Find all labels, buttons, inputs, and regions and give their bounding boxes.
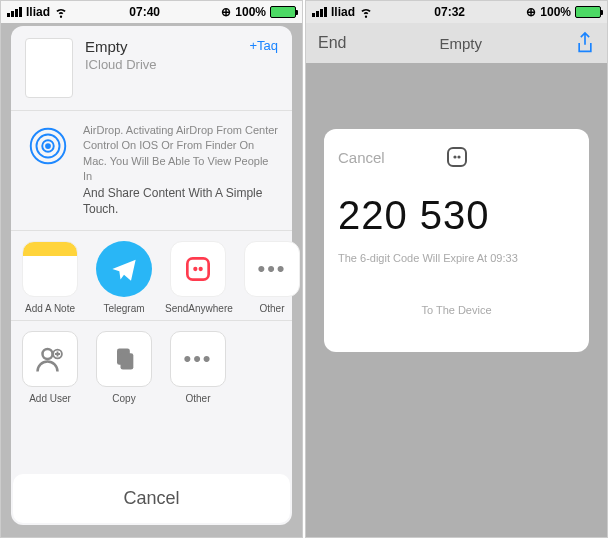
more-actions-icon: ••• <box>170 331 226 387</box>
more-icon: ••• <box>244 241 300 297</box>
clock-label: 07:40 <box>129 5 160 19</box>
telegram-icon <box>96 241 152 297</box>
svg-rect-11 <box>448 148 466 166</box>
end-button[interactable]: End <box>318 34 346 52</box>
app-notes[interactable]: Add A Note <box>17 241 83 314</box>
code-modal: Cancel 220 530 The 6-digit Code Will Exp… <box>324 129 589 352</box>
add-tag-button[interactable]: +Taq <box>249 38 278 53</box>
carrier-label: Iliad <box>331 5 355 19</box>
svg-point-5 <box>193 267 197 271</box>
svg-point-3 <box>45 143 51 149</box>
right-screenshot: Iliad 07:32 ⊕ 100% End Empty Cancel 220 … <box>305 0 608 538</box>
svg-point-13 <box>457 155 460 158</box>
svg-point-7 <box>43 349 53 359</box>
airdrop-description-bold: And Share Content With A Simple Touch. <box>83 185 278 219</box>
file-location: ICloud Drive <box>85 57 237 72</box>
action-copy[interactable]: Copy <box>91 331 157 404</box>
share-icon[interactable] <box>575 31 595 55</box>
file-thumbnail <box>25 38 73 98</box>
battery-pct: 100% <box>235 5 266 19</box>
sendanywhere-icon <box>445 145 469 169</box>
status-bar: Iliad 07:40 ⊕ 100% <box>1 1 302 23</box>
svg-rect-4 <box>187 258 208 279</box>
app-sendanywhere[interactable]: SendAnywhere <box>165 241 231 314</box>
action-other[interactable]: ••• Other <box>165 331 231 404</box>
orientation-lock-icon: ⊕ <box>526 5 536 19</box>
to-device-label: To The Device <box>338 304 575 316</box>
wifi-icon <box>359 5 373 19</box>
status-bar: Iliad 07:32 ⊕ 100% <box>306 1 607 23</box>
action-add-user[interactable]: Add User <box>17 331 83 404</box>
expire-label: The 6-digit Code Will Expire At 09:33 <box>338 252 575 264</box>
cancel-button[interactable]: Cancel <box>13 474 290 523</box>
airdrop-description: AirDrop. Activating AirDrop From Center … <box>83 124 278 182</box>
left-screenshot: Iliad 07:40 ⊕ 100% Empty ICloud Drive +T… <box>0 0 303 538</box>
nav-title: Empty <box>439 35 482 52</box>
battery-icon <box>270 6 296 18</box>
carrier-label: Iliad <box>26 5 50 19</box>
wifi-icon <box>54 5 68 19</box>
signal-icon <box>7 7 22 17</box>
battery-icon <box>575 6 601 18</box>
sendanywhere-icon <box>170 241 226 297</box>
battery-pct: 100% <box>540 5 571 19</box>
svg-point-6 <box>199 267 203 271</box>
share-sheet: Empty ICloud Drive +Taq AirDrop. Activat… <box>11 26 292 525</box>
modal-cancel-button[interactable]: Cancel <box>338 149 385 166</box>
app-telegram[interactable]: Telegram <box>91 241 157 314</box>
notes-icon <box>22 241 78 297</box>
transfer-code: 220 530 <box>338 193 575 238</box>
airdrop-icon <box>25 123 71 169</box>
add-user-icon <box>22 331 78 387</box>
clock-label: 07:32 <box>434 5 465 19</box>
svg-rect-10 <box>121 353 134 369</box>
orientation-lock-icon: ⊕ <box>221 5 231 19</box>
file-title: Empty <box>85 38 237 55</box>
copy-icon <box>96 331 152 387</box>
svg-point-12 <box>453 155 456 158</box>
signal-icon <box>312 7 327 17</box>
app-other[interactable]: ••• Other <box>239 241 303 314</box>
